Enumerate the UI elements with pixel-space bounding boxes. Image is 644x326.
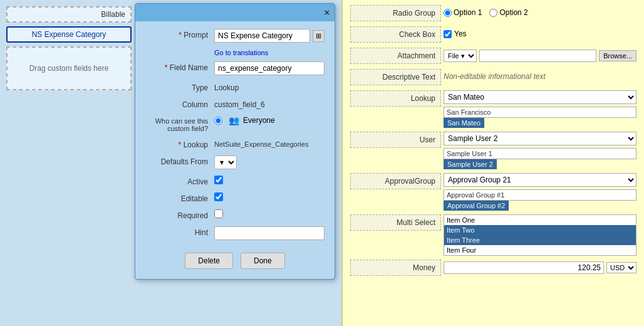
- check-box-input[interactable]: [444, 30, 452, 38]
- type-value: Lookup: [214, 82, 325, 92]
- required-field: [214, 209, 325, 220]
- radio-group-content: Option 1 Option 2: [444, 5, 636, 17]
- descriptive-text-value: Non-editable informational text: [444, 69, 636, 81]
- radio-option2-input[interactable]: [489, 9, 497, 17]
- who-can-see-field: 👥 Everyone: [214, 115, 325, 125]
- radio-option1-input[interactable]: [444, 9, 452, 17]
- attachment-content: File ▾ Browse...: [444, 48, 636, 62]
- ns-expense-label: NS Expense Category: [32, 30, 106, 39]
- user-field-content: Sample User 1 Sample User 2 Sample User …: [444, 132, 636, 169]
- radio-group-row: Radio Group Option 1 Option 2: [350, 5, 636, 23]
- field-name-row: * Field Name: [145, 61, 325, 75]
- hint-input[interactable]: [214, 226, 325, 240]
- money-label: Money: [350, 260, 441, 276]
- user-field-label: User: [350, 132, 441, 148]
- who-can-see-row: Who can see this custom field? 👥 Everyon…: [145, 115, 325, 132]
- checkbox-label: Check Box: [350, 26, 441, 43]
- radio-option2: Option 2: [489, 8, 527, 17]
- editable-checkbox[interactable]: [214, 192, 223, 201]
- currency-select[interactable]: USD: [606, 262, 636, 273]
- type-label: Type: [145, 82, 214, 92]
- everyone-radio[interactable]: [214, 117, 222, 125]
- attachment-label: Attachment: [350, 48, 441, 64]
- lookup-field-label: Lookup: [350, 90, 441, 107]
- approval-group-row: ApprovalGroup Approval Group 21 Approval…: [350, 173, 636, 211]
- lookup-row: * Lookup NetSuite_Expense_Categories: [145, 139, 325, 149]
- prompt-field: ⊞: [214, 29, 325, 43]
- multiselect-item-4[interactable]: Item Four: [444, 245, 636, 255]
- right-panel: Radio Group Option 1 Option 2 Check Box …: [341, 0, 644, 326]
- multi-select-label: Multi Select: [350, 214, 441, 231]
- custom-field-modal: × * Prompt ⊞ Go to translations * Field …: [135, 3, 335, 280]
- active-label: Active: [145, 176, 214, 186]
- checkbox-content: Yes: [444, 26, 636, 38]
- required-row: Required: [145, 209, 325, 220]
- drag-fields-area: Drag custom fields here: [6, 46, 132, 90]
- user-select[interactable]: Sample User 1 Sample User 2: [444, 132, 636, 145]
- defaults-from-field: ▾: [214, 155, 325, 169]
- field-name-label: * Field Name: [145, 61, 214, 72]
- active-row: Active: [145, 176, 325, 186]
- defaults-from-select[interactable]: ▾: [214, 155, 237, 169]
- column-label: Column: [145, 98, 214, 109]
- descriptive-text-label: Descriptive Text: [350, 69, 441, 85]
- lookup-selected-tag: San Mateo: [444, 118, 484, 128]
- radio-option1-label: Option 1: [454, 8, 482, 17]
- field-name-field: [214, 61, 325, 75]
- everyone-label: Everyone: [243, 116, 275, 125]
- go-to-translations-link[interactable]: Go to translations: [214, 49, 325, 56]
- money-input[interactable]: [444, 261, 604, 274]
- lookup-field-content: San Francisco San Mateo San Francisco Sa…: [444, 90, 636, 128]
- approval-group-label: ApprovalGroup: [350, 173, 441, 189]
- user-field-row: User Sample User 1 Sample User 2 Sample …: [350, 132, 636, 169]
- radio-group-label: Radio Group: [350, 5, 441, 21]
- prompt-icon-button[interactable]: ⊞: [313, 30, 325, 42]
- approval-group-selected-tag: Approval Group #2: [444, 201, 509, 211]
- type-row: Type Lookup: [145, 82, 325, 92]
- lookup-value: NetSuite_Expense_Categories: [214, 139, 325, 148]
- left-panel: Billable NS Expense Category Drag custom…: [0, 0, 138, 326]
- lookup-select[interactable]: San Francisco San Mateo: [444, 90, 636, 104]
- required-label: Required: [145, 209, 214, 220]
- prompt-label: * Prompt: [145, 29, 214, 39]
- modal-body: * Prompt ⊞ Go to translations * Field Na…: [135, 21, 335, 279]
- modal-header: ×: [135, 4, 335, 21]
- radio-option1: Option 1: [444, 8, 482, 17]
- hint-field: [214, 226, 325, 240]
- attachment-row: Attachment File ▾ Browse...: [350, 48, 636, 65]
- defaults-from-label: Defaults From: [145, 155, 214, 166]
- multiselect-item-1[interactable]: Item One: [444, 215, 636, 225]
- attachment-input[interactable]: [479, 50, 596, 62]
- defaults-from-row: Defaults From ▾: [145, 155, 325, 169]
- check-box-yes-label: Yes: [454, 29, 467, 38]
- required-checkbox[interactable]: [214, 209, 223, 218]
- browse-button[interactable]: Browse...: [599, 50, 636, 61]
- hint-row: Hint: [145, 226, 325, 240]
- modal-footer: Delete Done: [145, 246, 325, 271]
- approval-group-content: Approval Group 21 Approval Group #1 Appr…: [444, 173, 636, 211]
- active-checkbox[interactable]: [214, 176, 223, 184]
- descriptive-text-row: Descriptive Text Non-editable informatio…: [350, 69, 636, 87]
- delete-button[interactable]: Delete: [185, 253, 233, 269]
- editable-field: [214, 192, 325, 203]
- prompt-input[interactable]: [214, 29, 310, 43]
- active-field: [214, 176, 325, 186]
- user-selected-tag: Sample User 2: [444, 159, 497, 169]
- checkbox-row: Check Box Yes: [350, 26, 636, 44]
- ns-expense-field[interactable]: NS Expense Category: [6, 26, 132, 43]
- who-can-see-label: Who can see this custom field?: [145, 115, 214, 132]
- person-icon: 👥: [229, 115, 239, 125]
- multi-select-row: Multi Select Item One Item Two Item Thre…: [350, 214, 636, 256]
- descriptive-text-content: Non-editable informational text: [444, 69, 636, 81]
- attachment-type-select[interactable]: File ▾: [444, 50, 477, 62]
- multiselect-item-3[interactable]: Item Three: [444, 235, 636, 245]
- field-name-input[interactable]: [214, 61, 325, 75]
- modal-close-button[interactable]: ×: [325, 8, 330, 18]
- done-button[interactable]: Done: [241, 253, 285, 269]
- prompt-row: * Prompt ⊞: [145, 29, 325, 43]
- multiselect-item-2[interactable]: Item Two: [444, 225, 636, 235]
- approval-group-select[interactable]: Approval Group 21: [444, 173, 636, 187]
- column-row: Column custom_field_6: [145, 98, 325, 109]
- drag-fields-text: Drag custom fields here: [29, 64, 109, 73]
- multi-select-content: Item One Item Two Item Three Item Four: [444, 214, 636, 256]
